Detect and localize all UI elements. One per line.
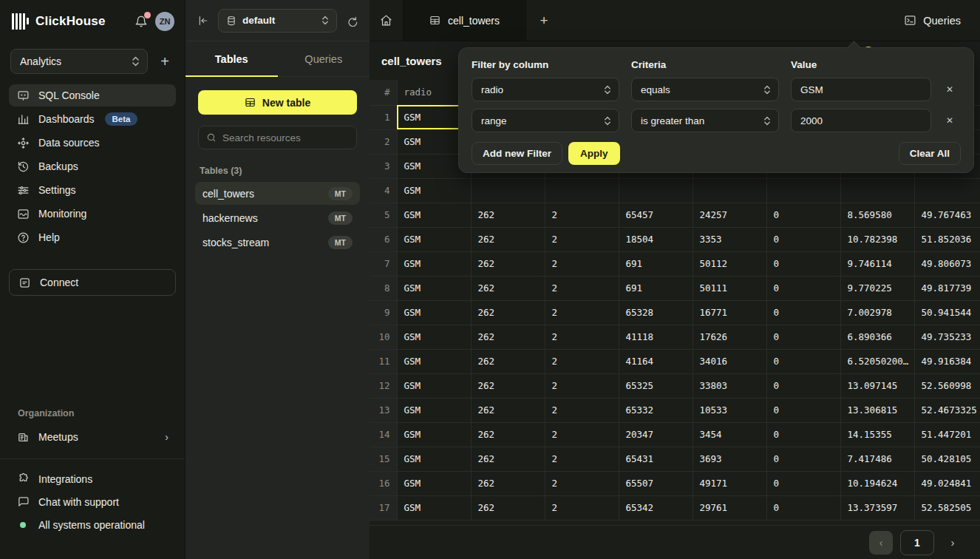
queries-button[interactable]: Queries [885, 0, 980, 41]
table-cell[interactable]: 2 [545, 398, 619, 422]
table-cell[interactable]: 3454 [693, 422, 766, 447]
table-cell[interactable]: 2 [545, 251, 619, 276]
table-cell[interactable]: 2 [545, 495, 619, 520]
table-cell[interactable]: 6.890366 [840, 325, 914, 349]
table-cell[interactable]: 34016 [693, 349, 766, 373]
table-cell[interactable]: GSM [397, 325, 471, 349]
apply-filters-button[interactable]: Apply [568, 142, 620, 165]
table-cell[interactable]: GSM [397, 276, 471, 300]
table-cell[interactable]: 262 [471, 373, 545, 398]
table-cell[interactable]: GSM [397, 398, 471, 422]
notifications-button[interactable] [135, 15, 148, 28]
table-cell[interactable]: 2 [545, 227, 619, 251]
table-cell[interactable]: 65457 [619, 203, 693, 227]
table-cell[interactable]: 0 [766, 373, 840, 398]
table-cell[interactable]: 262 [471, 422, 545, 447]
table-cell[interactable]: 50.941544 [914, 300, 980, 325]
table-cell[interactable]: 65328 [619, 300, 693, 325]
search-input[interactable] [222, 132, 349, 143]
add-new-filter-button[interactable]: Add new Filter [472, 142, 562, 165]
sidebar-item-settings[interactable]: Settings [9, 179, 176, 201]
sidebar-item-dashboards[interactable]: Dashboards Beta [9, 108, 176, 130]
table-cell[interactable]: 50111 [693, 276, 766, 300]
collapse-panel-button[interactable] [197, 15, 209, 27]
table-cell[interactable]: 2 [545, 276, 619, 300]
remove-filter-button[interactable]: ✕ [939, 78, 961, 101]
sidebar-item-meetups[interactable]: Meetups › [9, 426, 176, 448]
table-cell[interactable]: 262 [471, 495, 545, 520]
table-cell[interactable]: 49.024841 [914, 471, 980, 495]
table-cell[interactable]: 262 [471, 349, 545, 373]
table-cell[interactable]: 51.852036 [914, 227, 980, 251]
table-cell[interactable]: 3693 [693, 447, 766, 471]
filter-value-input[interactable] [791, 78, 931, 101]
table-cell[interactable]: 9.746114 [840, 251, 914, 276]
sidebar-item-sql-console[interactable]: SQL Console [9, 84, 176, 106]
table-cell[interactable]: 0 [766, 447, 840, 471]
table-cell[interactable]: GSM [397, 447, 471, 471]
table-cell[interactable]: 7.002978 [840, 300, 914, 325]
table-cell[interactable] [766, 178, 840, 203]
table-cell[interactable]: 3353 [693, 227, 766, 251]
table-cell[interactable]: 49.767463 [914, 203, 980, 227]
table-cell[interactable]: 2 [545, 300, 619, 325]
table-cell[interactable]: 2 [545, 373, 619, 398]
table-cell[interactable]: 0 [766, 349, 840, 373]
tab-queries[interactable]: Queries [278, 41, 370, 76]
sidebar-item-chat-support[interactable]: Chat with support [9, 491, 176, 512]
table-cell[interactable] [471, 178, 545, 203]
table-cell[interactable]: GSM [397, 471, 471, 495]
table-cell[interactable]: 13.373597 [840, 495, 914, 520]
table-cell[interactable]: 49.735233 [914, 325, 980, 349]
table-cell[interactable]: 50112 [693, 251, 766, 276]
table-cell[interactable]: 2 [545, 447, 619, 471]
table-cell[interactable]: 49.817739 [914, 276, 980, 300]
table-cell[interactable]: GSM [397, 178, 471, 203]
table-cell[interactable] [545, 178, 619, 203]
table-cell[interactable]: GSM [397, 495, 471, 520]
new-table-button[interactable]: New table [198, 90, 357, 115]
current-page-button[interactable]: 1 [900, 530, 934, 555]
table-cell[interactable]: 691 [619, 276, 693, 300]
table-cell[interactable]: 0 [766, 398, 840, 422]
table-cell[interactable]: 262 [471, 398, 545, 422]
database-select[interactable]: default [218, 9, 337, 33]
table-cell[interactable]: 0 [766, 325, 840, 349]
table-cell[interactable]: GSM [397, 373, 471, 398]
table-cell[interactable]: 52.582505 [914, 495, 980, 520]
table-cell[interactable]: 65431 [619, 447, 693, 471]
table-cell[interactable]: 262 [471, 251, 545, 276]
table-cell[interactable]: 65332 [619, 398, 693, 422]
table-cell[interactable]: 49.916384 [914, 349, 980, 373]
table-cell[interactable]: 0 [766, 495, 840, 520]
table-cell[interactable]: 262 [471, 447, 545, 471]
home-button[interactable] [370, 0, 404, 41]
avatar[interactable]: ZN [155, 12, 174, 31]
filter-column-select[interactable]: range [472, 109, 619, 132]
tab-tables[interactable]: Tables [186, 41, 278, 76]
next-page-button[interactable]: › [942, 531, 964, 555]
table-cell[interactable]: 41164 [619, 349, 693, 373]
table-cell[interactable]: GSM [397, 227, 471, 251]
table-cell[interactable]: 0 [766, 471, 840, 495]
table-cell[interactable]: 13.097145 [840, 373, 914, 398]
table-cell[interactable]: GSM [397, 300, 471, 325]
table-cell[interactable]: 7.417486 [840, 447, 914, 471]
sidebar-item-monitoring[interactable]: Monitoring [9, 203, 176, 225]
table-cell[interactable]: GSM [397, 251, 471, 276]
table-cell[interactable]: 65325 [619, 373, 693, 398]
table-cell[interactable]: 8.569580 [840, 203, 914, 227]
table-cell[interactable]: 691 [619, 251, 693, 276]
table-cell[interactable]: 13.306815 [840, 398, 914, 422]
table-cell[interactable]: GSM [397, 422, 471, 447]
table-cell[interactable]: 10.194624 [840, 471, 914, 495]
table-cell[interactable]: 9.770225 [840, 276, 914, 300]
clickhouse-logo[interactable]: ClickHouse [12, 13, 106, 30]
table-cell[interactable]: 17626 [693, 325, 766, 349]
workspace-select[interactable]: Analytics [10, 49, 148, 74]
table-cell[interactable]: 2 [545, 325, 619, 349]
sidebar-item-data-sources[interactable]: Data sources [9, 132, 176, 154]
clear-all-filters-button[interactable]: Clear All [899, 142, 961, 165]
sidebar-item-backups[interactable]: Backups [9, 155, 176, 177]
add-workspace-button[interactable]: + [155, 52, 174, 71]
